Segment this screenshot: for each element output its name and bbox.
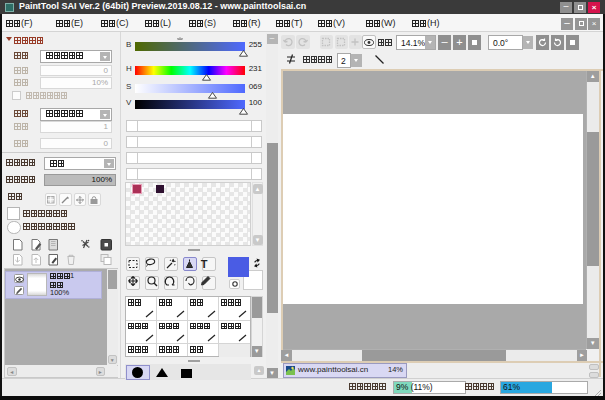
svg-text:T: T [201,258,208,270]
